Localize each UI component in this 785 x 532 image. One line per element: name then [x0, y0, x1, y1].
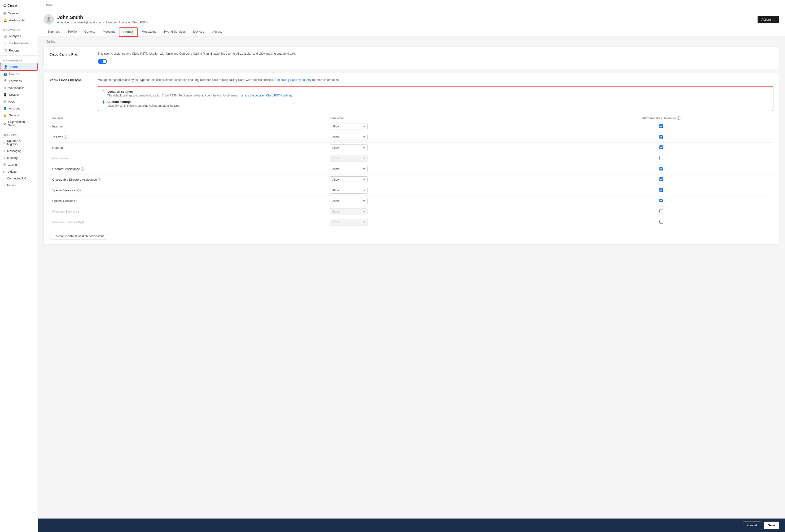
permission-cell[interactable]: AllowBlock	[327, 163, 549, 174]
allow-transfer-checkbox[interactable]	[659, 124, 663, 128]
allow-transfer-checkbox[interactable]	[659, 199, 663, 202]
save-button[interactable]: Save	[764, 522, 779, 529]
call-type-info-icon: i	[80, 221, 84, 224]
allow-transfer-cell[interactable]	[549, 153, 774, 163]
restore-button[interactable]: Restore to default location permissions	[49, 233, 108, 240]
cisco-calling-plan-card: Cisco Calling Plan This user is assigned…	[44, 47, 779, 69]
calling-plans-link[interactable]: See calling plans by country	[275, 78, 311, 81]
location-settings-radio[interactable]	[102, 90, 105, 93]
tab-devices[interactable]: Devices	[189, 27, 208, 36]
table-row: InternationalAllowBlock	[49, 153, 774, 163]
sidebar-item-label: Hybrid	[7, 184, 16, 187]
sidebar-item-apps[interactable]: ⚙ Apps	[0, 98, 37, 105]
sidebar-item-users[interactable]: 👤 Users	[0, 63, 37, 71]
sidebar-item-label: Analytics	[9, 34, 21, 38]
permission-cell[interactable]: AllowBlock	[327, 142, 549, 153]
allow-transfer-checkbox[interactable]	[659, 167, 663, 171]
permission-select[interactable]: AllowBlock	[330, 123, 368, 130]
account-icon: 👤	[3, 107, 7, 110]
sidebar-item-locations[interactable]: 📍 Locations	[0, 78, 37, 84]
main-panel: ‹ Users John Smith Active •	[38, 0, 785, 532]
sidebar-item-groups[interactable]: 👥 Groups	[0, 71, 37, 78]
call-type-cell: International	[49, 153, 327, 163]
tab-profile[interactable]: Profile	[64, 27, 81, 36]
permission-cell[interactable]: AllowBlock	[327, 196, 549, 206]
sidebar-item-vidcast[interactable]: ▷ Vidcast	[0, 168, 37, 175]
allow-transfer-checkbox[interactable]	[659, 177, 663, 181]
tab-calling[interactable]: Calling	[119, 27, 138, 36]
sidebar-item-calling[interactable]: ✆ Calling	[0, 161, 37, 168]
permission-cell[interactable]: AllowBlock	[327, 185, 549, 196]
sidebar-item-updates[interactable]: ○ Updates & Migratio...	[0, 137, 37, 148]
allow-transfer-checkbox[interactable]	[659, 220, 663, 224]
permission-select[interactable]: AllowBlock	[330, 187, 368, 194]
tab-meetings[interactable]: Meetings	[99, 27, 119, 36]
tab-hybrid-services[interactable]: Hybrid Services	[160, 27, 189, 36]
allow-transfer-cell[interactable]	[549, 196, 774, 206]
allow-transfer-checkbox[interactable]	[659, 156, 663, 160]
allow-transfer-checkbox[interactable]	[659, 188, 663, 192]
permission-select[interactable]: AllowBlock	[330, 208, 368, 215]
sidebar-item-devices[interactable]: 📱 Devices	[0, 91, 37, 98]
sidebar-item-workspaces[interactable]: 🖥 Workspaces	[0, 84, 37, 91]
sidebar-item-security[interactable]: 🔒 Security	[0, 112, 37, 119]
org-settings-icon: ⚙	[3, 122, 6, 126]
permission-select[interactable]: AllowBlock	[330, 145, 368, 151]
permission-select[interactable]: AllowBlock	[330, 219, 368, 226]
permission-select[interactable]: AllowBlock	[330, 134, 368, 141]
permissions-table: Call type Permission Allow transfers / f…	[49, 115, 774, 227]
tab-general[interactable]: General	[80, 27, 99, 36]
tab-summary[interactable]: Summary	[44, 27, 64, 36]
breadcrumb-back[interactable]: ‹ Users	[43, 3, 52, 7]
sidebar-item-analytics[interactable]: 📊 Analytics	[0, 33, 37, 40]
allow-transfer-cell[interactable]	[549, 217, 774, 227]
tab-messaging[interactable]: Messaging	[138, 27, 160, 36]
sidebar-item-hybrid[interactable]: ○ Hybrid	[0, 182, 37, 189]
permission-cell[interactable]: AllowBlock	[327, 217, 549, 227]
sidebar-item-overview[interactable]: ⊞ Overview	[0, 10, 37, 17]
svg-point-0	[48, 17, 50, 20]
sidebar-item-troubleshooting[interactable]: 〜 Troubleshooting	[0, 40, 37, 47]
allow-transfer-cell[interactable]	[549, 174, 774, 185]
sidebar-item-org-settings[interactable]: ⚙ Organization Settin...	[0, 119, 37, 129]
tab-vidcast[interactable]: Vidcast	[208, 27, 225, 36]
sidebar-item-messaging[interactable]: ○ Messaging	[0, 148, 37, 154]
permission-select[interactable]: AllowBlock	[330, 198, 368, 204]
permission-select[interactable]: AllowBlock	[330, 155, 368, 162]
permission-cell[interactable]: AllowBlock	[327, 121, 549, 132]
allow-transfer-checkbox[interactable]	[659, 135, 663, 138]
permission-cell[interactable]: AllowBlock	[327, 206, 549, 217]
allow-transfer-checkbox[interactable]	[659, 145, 663, 149]
permission-select[interactable]: AllowBlock	[330, 166, 368, 172]
allow-transfer-cell[interactable]	[549, 121, 774, 132]
allow-transfer-cell[interactable]	[549, 163, 774, 174]
sidebar-item-alerts[interactable]: 🔔 Alerts center	[0, 17, 37, 24]
user-info-left: John Smith Active • johnsmith@gmail.com …	[44, 14, 148, 25]
cancel-button[interactable]: Cancel	[743, 522, 761, 529]
sidebar-item-reports[interactable]: 📋 Reports	[0, 47, 37, 54]
toggle-track	[98, 59, 107, 64]
calling-plan-toggle[interactable]	[98, 59, 107, 64]
allow-transfer-cell[interactable]	[549, 206, 774, 217]
permission-select[interactable]: AllowBlock	[330, 176, 368, 183]
allow-transfer-cell[interactable]	[549, 132, 774, 142]
custom-settings-radio[interactable]	[102, 101, 105, 104]
allow-transfer-checkbox[interactable]	[659, 209, 663, 213]
user-status: Active	[61, 21, 69, 24]
allow-transfer-cell[interactable]	[549, 142, 774, 153]
call-type-cell: Internal	[49, 121, 327, 132]
actions-button[interactable]: Actions ⌄	[758, 16, 779, 23]
manage-location-link[interactable]: manage the Location Cisco PSTN settings.	[239, 94, 293, 97]
allow-transfer-cell[interactable]	[549, 185, 774, 196]
sidebar-item-label: Reports	[9, 49, 19, 52]
sidebar-item-label: Alerts center	[9, 19, 26, 22]
status-dot	[57, 22, 59, 23]
sidebar-item-connected-uc[interactable]: ○ Connected UC	[0, 175, 37, 182]
sidebar-item-label: Calling	[8, 163, 17, 167]
permission-cell[interactable]: AllowBlock	[327, 174, 549, 185]
sidebar-item-meeting[interactable]: ○ Meeting	[0, 154, 37, 161]
sidebar-item-label: Meeting	[7, 156, 18, 159]
permission-cell[interactable]: AllowBlock	[327, 132, 549, 142]
sidebar-item-account[interactable]: 👤 Account	[0, 105, 37, 112]
permission-cell[interactable]: AllowBlock	[327, 153, 549, 163]
